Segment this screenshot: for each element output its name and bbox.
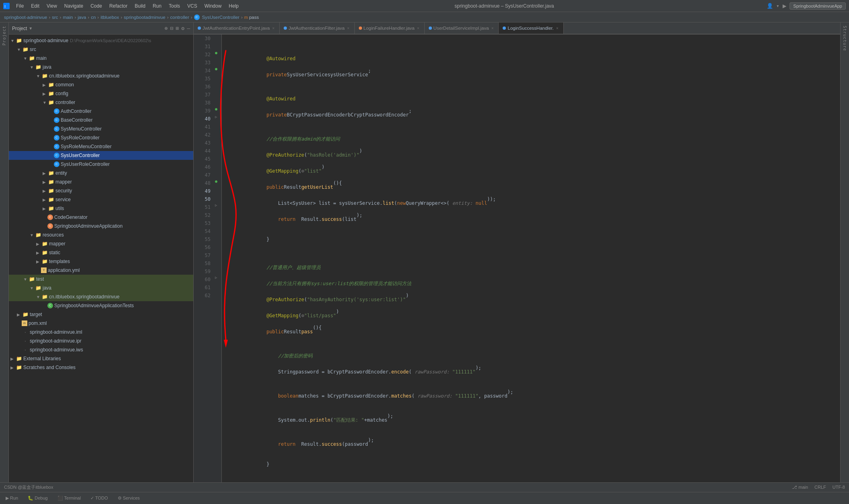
bc-sysusercontroller[interactable]: SysUserController (202, 15, 239, 20)
close-icon[interactable]: × (555, 26, 559, 31)
close-icon[interactable]: × (346, 26, 350, 31)
tree-sysrolecontroller[interactable]: C SysRoleController (9, 133, 193, 142)
tree-cn-test[interactable]: ▼ 📁 cn.itbluebox.springbootadminvue (9, 292, 193, 301)
git-branch[interactable]: ⎇ main (792, 485, 808, 490)
tree-target[interactable]: ▶ 📁 target (9, 310, 193, 319)
tree-entity[interactable]: ▶ 📁 entity (9, 169, 193, 178)
tree-common[interactable]: ▶ 📁 common (9, 80, 193, 89)
project-dropdown-btn[interactable]: ▼ (29, 26, 32, 31)
tab-run[interactable]: ▶ Run (3, 494, 20, 502)
code-content[interactable]: 30 31 32 33 34 35 36 37 38 39 40 41 42 4… (194, 35, 840, 482)
tree-scratches[interactable]: ▶ 📁 Scratches and Consoles (9, 363, 193, 372)
close-icon[interactable]: × (271, 26, 275, 31)
tree-src[interactable]: ▼ 📁 src (9, 45, 193, 54)
hide-icon[interactable]: — (187, 25, 190, 31)
tree-iml[interactable]: · springboot-adminvue.iml (9, 328, 193, 337)
menu-window[interactable]: Window (201, 2, 225, 10)
tab-loginsuccess[interactable]: LoginSuccessHandler. × (499, 22, 563, 34)
tree-root[interactable]: ▼ 📁 springboot-adminvue D:\ProgramWorkSp… (9, 36, 193, 45)
tree-mapper-res[interactable]: ▶ 📁 mapper (9, 239, 193, 248)
menu-run[interactable]: Run (149, 2, 165, 10)
tab-jwtfilter[interactable]: JwtAuthenticationFilter.java × (280, 22, 354, 34)
tree-java-test[interactable]: ▼ 📁 java (9, 284, 193, 292)
bc-controller[interactable]: controller (170, 15, 189, 20)
close-icon[interactable]: × (416, 26, 420, 31)
tree-static[interactable]: ▶ 📁 static (9, 248, 193, 257)
tab-debug[interactable]: 🐛 Debug (25, 494, 50, 502)
code-editor[interactable]: @Autowired private SysUserService sysUse… (222, 35, 840, 482)
structure-label[interactable]: Structure (843, 26, 847, 51)
tab-loginfailure[interactable]: LoginFailureHandler.java × (355, 22, 425, 34)
tab-services[interactable]: ⚙ Services (115, 494, 142, 502)
tree-templates[interactable]: ▶ 📁 templates (9, 257, 193, 266)
menu-help[interactable]: Help (225, 2, 242, 10)
tree-mapper[interactable]: ▶ 📁 mapper (9, 178, 193, 186)
tree-pom[interactable]: m pom.xml (9, 319, 193, 328)
menu-vcs[interactable]: VCS (184, 2, 200, 10)
code-line-36: private BCryptPasswordEncoder bCryptPass… (226, 107, 836, 123)
tree-basecontroller[interactable]: C BaseController (9, 116, 193, 124)
tab-terminal[interactable]: ⬛ Terminal (55, 494, 83, 502)
tree-iws[interactable]: · springboot-adminvue.iws (9, 345, 193, 354)
close-icon[interactable]: × (491, 26, 495, 31)
sysmenu-class-icon: C (54, 126, 59, 132)
project-strip-label[interactable]: Project (2, 26, 6, 45)
run-icon[interactable]: ▶ (783, 2, 787, 10)
menu-tools[interactable]: Tools (166, 2, 183, 10)
tab-todo[interactable]: ✓ TODO (88, 494, 110, 502)
account-icon[interactable]: 👤 ▾ (767, 3, 779, 9)
editor-area: JwtAuthenticationEntryPoint.java × JwtAu… (194, 22, 840, 482)
tree-springbootapp[interactable]: C SpringbootAdminvueApplication (9, 222, 193, 231)
settings-icon[interactable]: ⚙ (181, 25, 184, 31)
menu-edit[interactable]: Edit (28, 2, 43, 10)
tree-resources[interactable]: ▼ 📁 resources (9, 231, 193, 239)
bc-springbootadminvue[interactable]: springbootadminvue (124, 15, 166, 20)
tree-sysmenucontroller[interactable]: C SysMenuController (9, 124, 193, 133)
tree-main[interactable]: ▼ 📁 main (9, 54, 193, 63)
menu-refactor[interactable]: Refactor (106, 2, 131, 10)
tree-sysusercontroller[interactable]: C SysUserController (9, 151, 193, 160)
bc-itbluebox[interactable]: itbluebox (100, 15, 119, 20)
menu-file[interactable]: File (13, 2, 27, 10)
locate-icon[interactable]: ⊕ (165, 25, 168, 31)
fold-icon-50[interactable]: ▷ (215, 203, 217, 207)
tree-ipr[interactable]: · springboot-adminvue.ipr (9, 337, 193, 345)
tree-config[interactable]: ▶ 📁 config (9, 89, 193, 98)
bc-pass[interactable]: pass (249, 15, 259, 20)
springboot-app-btn[interactable]: SpringbootAdminvueApp (790, 2, 846, 10)
tree-cn[interactable]: ▼ 📁 cn.itbluebox.springbootadminvue (9, 71, 193, 80)
bc-cn[interactable]: cn (91, 15, 96, 20)
menu-code[interactable]: Code (87, 2, 105, 10)
tree-security[interactable]: ▶ 📁 security (9, 186, 193, 195)
code-line-30 (226, 35, 836, 43)
base-class-icon: C (54, 117, 59, 123)
tree-test[interactable]: ▼ 📁 test (9, 275, 193, 284)
collapse-all-icon[interactable]: ⊟ (170, 25, 174, 31)
bc-main[interactable]: main (63, 15, 73, 20)
tree-controller[interactable]: ▼ 📁 controller (9, 98, 193, 107)
tab-userdetail[interactable]: UserDetailServiceImpl.java × (425, 22, 499, 34)
fold-icon-61[interactable]: ▷ (215, 275, 217, 280)
tree-java[interactable]: ▼ 📁 java (9, 63, 193, 71)
tree-application-yml[interactable]: Y application.yml (9, 266, 193, 275)
expand-icon[interactable]: ⊞ (176, 25, 179, 31)
bc-root[interactable]: springboot-adminvue (4, 15, 47, 20)
tree-codegenerator[interactable]: C CodeGenerator (9, 213, 193, 222)
menu-navigate[interactable]: Navigate (61, 2, 86, 10)
tree-sysrolemenucontroller[interactable]: C SysRoleMenuController (9, 142, 193, 151)
bc-src[interactable]: src (52, 15, 58, 20)
tree-springboottests[interactable]: C SpringbootAdminvueApplicationTests (9, 301, 193, 310)
line-separator[interactable]: CRLF (814, 485, 826, 490)
tree-sysuserrolecontroller[interactable]: C SysUserRoleController (9, 160, 193, 169)
fold-icon-41[interactable]: ▷ (215, 115, 217, 119)
code-line-55: boolean matches = bCryptPasswordEncoder.… (226, 388, 836, 404)
tree-authcontroller[interactable]: C AuthController (9, 107, 193, 116)
menu-build[interactable]: Build (131, 2, 149, 10)
bc-java[interactable]: java (78, 15, 86, 20)
tree-service[interactable]: ▶ 📁 service (9, 195, 193, 204)
encoding[interactable]: UTF-8 (833, 485, 845, 490)
tree-utils[interactable]: ▶ 📁 utils (9, 204, 193, 213)
menu-view[interactable]: View (43, 2, 60, 10)
tab-jwtentry[interactable]: JwtAuthenticationEntryPoint.java × (194, 22, 280, 34)
tree-external-libs[interactable]: ▶ 📁 External Libraries (9, 354, 193, 363)
